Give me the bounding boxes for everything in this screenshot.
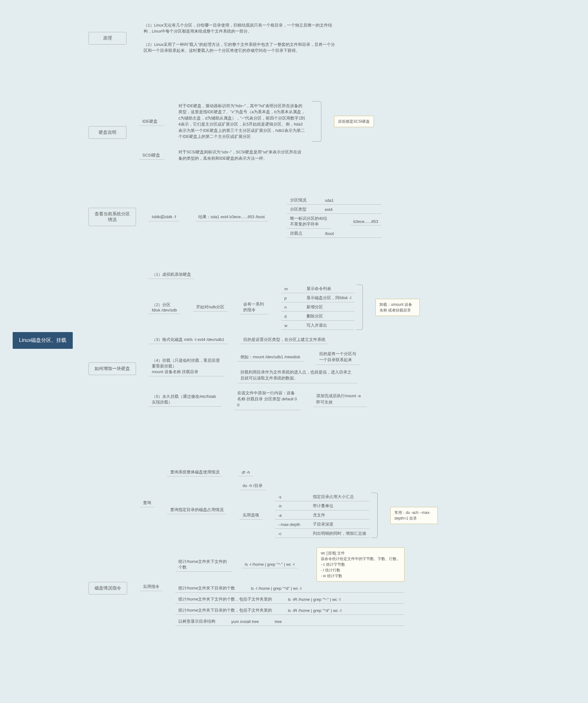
lsblk-title: 查看当前系统分区情况 [88,208,136,226]
fdisk-w-k: w [284,323,297,328]
add-s1: （1）虚拟机添加硬盘 [149,270,194,279]
bracket [312,101,321,142]
lsblk-c-val: b3ece......853 [350,218,381,226]
add-s5-a: 在该文件中添加一行内容：设备名称 挂载目录 分区类型 default 0 0 [234,389,300,410]
u5-b: yum install tree [231,619,259,624]
disk-note: 目前都是SCSI硬盘 [334,116,374,127]
lsblk-result: 结果：sda1 ext4 b3ece......853 /boot [195,213,268,221]
u4-b: ls -lR /home | grep "^d" | wc -l [288,608,341,613]
lsblk-d-val: /boot [325,231,334,236]
opt-s-k: -s [278,494,313,499]
u2-b: ls -l /home | grep "^d" | wc -l [251,586,301,591]
ide-label: IDE硬盘 [139,117,164,126]
fdisk-n-k: n [284,305,297,310]
opt-h-k: -h [278,504,313,509]
dc-query: 查询 [140,499,154,507]
scsi-text: 对于SCSI硬盘则标识为"sdx~"，SCSI硬盘是用"sd"来表示分区所在设备… [174,147,310,163]
ide-text: 对于IDE硬盘，驱动器标识符为"hdx~"，其中"hd"表明分区所在设备的类型，… [174,101,310,142]
principle-p2: （2）Linux采用了一种叫"载入"的处理方法，它的整个文件系统中包含了一整套的… [139,40,342,56]
opt-c-k: -c [278,531,313,536]
disk-desc-title: 硬盘说明 [88,126,127,139]
section-add-disk: 如何增加一块硬盘 （1）虚拟机添加硬盘 （2）分区 fdisk /dev/sdb… [88,270,420,410]
dc-util: 实用指令 [140,582,163,591]
dc-q2: 查询指定目录的磁盘占用情况 [167,506,227,514]
add-s4-b: 挂载利用目录作为文件系统的进入点，也就是说，进入目录之后就可以读取文件系统的数据… [237,368,357,383]
add-s3-r: 目的是设置分区类型，在分区上建立文件系统 [240,335,328,344]
root-topic: Linux磁盘分区、挂载 [13,332,73,349]
section-disk-cmd: 磁盘情况指令 查询 查询系统整体磁盘使用情况 df -h 查询指定目录的磁盘占用… [88,468,438,626]
add-s4-a: 例如：mount /dev/sdb1 /newdisk [237,353,303,362]
note-wc: wc [选项] 文件 该命令统计给定文件中的字节数、字数、行数。 - c 统计字… [317,547,405,581]
u3-a: 统计/home文件夹下文件的个数，包括子文件夹里的 [178,597,272,602]
section-disk-desc: 硬盘说明 IDE硬盘 对于IDE硬盘，驱动器标识符为"hdx~"，其中"hd"表… [88,101,374,163]
add-s5-b: 添加完成后执行mount -a即可生效 [313,392,367,407]
u2-a: 统计/home文件夹下目录的个数 [178,585,235,591]
principle-title: 原理 [88,32,127,45]
bracket [371,493,378,538]
add-s5: （5）永久挂载（通过修改/etc/fstab实现挂载） [149,392,221,407]
lsblk-c-lbl: 唯一标识分区的40位不重复的字符串 [287,214,331,229]
fdisk-d-v: 删除分区 [306,313,323,319]
lsblk-cmd: lsblk或lsblk -f [149,213,179,221]
dc-q2-opt: 实用选项 [239,511,262,520]
u1-b: ls -l /home | grep "^-" | wc -l [242,561,298,568]
section-lsblk: 查看当前系统分区情况 lsblk或lsblk -f 结果：sda1 ext4 b… [88,196,381,238]
add-s4: （4）挂载（只是临时挂载，重启后需要重新挂载） mount 设备名称 挂载目录 [149,357,225,376]
note-du: 常用：du -ach --max-depth=1 目录 [390,507,438,524]
opt-md-v: 子目录深度 [313,522,334,527]
add-s2: （2）分区 fdisk /dev/sdb [149,301,180,314]
opt-a-k: -a [278,513,313,518]
bracket [357,285,363,330]
u1-a: 统计/home文件夹下文件的个数 [175,557,232,572]
opt-md-k: --max-depth [278,522,313,527]
dc-q1-cmd: df -h [238,469,253,476]
scsi-label: SCSI硬盘 [139,151,164,160]
lsblk-b-val: ext4 [325,207,333,212]
section-principle: 原理 （1）Linux无论有几个分区，分给哪一目录使用，归根结底就只有一个根目录… [88,20,342,56]
principle-p1: （1）Linux无论有几个分区，分给哪一目录使用，归根结底就只有一个根目录，一个… [139,20,342,37]
add-s3: （3）格式化磁盘 mkfs -t ext4 /dev/sdb1 [149,335,227,344]
disk-cmd-title: 磁盘情况指令 [88,582,127,595]
u5-c: tree [275,619,282,624]
opt-c-v: 列出明细的同时，增加汇总值 [313,531,366,536]
lsblk-a-lbl: 分区情况 [290,197,315,203]
opt-a-v: 含文件 [313,512,325,518]
fdisk-d-k: d [284,314,297,319]
add-s4-ar: 目的是将一个分区与一个目录联系起来 [316,350,360,365]
add-s2-b: 会有一系列的指令 [240,300,269,314]
add-note: 卸载：umount 设备名称 或者挂载目录 [375,299,420,316]
opt-h-v: 带计量单位 [313,503,334,509]
lsblk-b-lbl: 分区类型 [290,207,315,212]
lsblk-a-val: sda1 [325,198,334,203]
fdisk-p-k: p [284,296,297,300]
add-s2-a: 开始对/sdb分区 [193,303,228,311]
fdisk-m-k: m [284,287,297,291]
fdisk-p-v: 显示磁盘分区，同fdisk -l [306,295,351,301]
u3-b: ls -lR /home | grep "^-" | wc -l [288,597,341,602]
lsblk-d-lbl: 挂载点 [290,231,315,236]
dc-q1: 查询系统整体磁盘使用情况 [167,468,223,477]
dc-q2-a: du -h /目录 [239,482,266,490]
opt-s-v: 指定目录占用大小汇总 [313,494,354,500]
add-disk-title: 如何增加一块硬盘 [88,363,136,375]
u5-a: 以树形显示目录结构 [178,619,215,624]
fdisk-n-v: 新增分区 [306,304,323,310]
fdisk-w-v: 写入并退出 [306,323,327,328]
u4-a: 统计/home文件夹下目录的个数，包括子文件夹里的 [178,608,272,613]
fdisk-m-v: 显示命令列表 [306,286,331,292]
